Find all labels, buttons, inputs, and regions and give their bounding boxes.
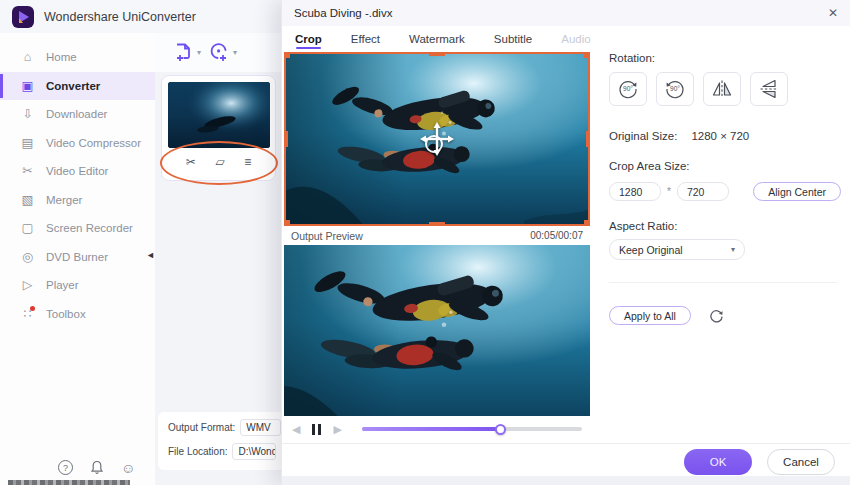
output-settings-bar: Output Format: WMV File Location: D:\Won… [158, 412, 281, 470]
output-preview-label: Output Preview [291, 230, 363, 242]
svg-text:90°: 90° [670, 85, 680, 92]
clipped-screen-artifact [8, 480, 130, 485]
recorder-icon: ▢ [20, 222, 35, 235]
sidebar-item-video-compressor[interactable]: ▤ Video Compressor [0, 129, 155, 158]
cancel-button[interactable]: Cancel [767, 449, 835, 475]
crop-height-input[interactable] [677, 182, 729, 201]
playback-controls: ◀ ▶ [284, 416, 590, 442]
sidebar-item-home[interactable]: ⌂ Home [0, 43, 155, 72]
tab-crop[interactable]: Crop [294, 29, 323, 49]
sidebar-item-merger[interactable]: ▧ Merger [0, 186, 155, 215]
original-size-value: 1280 × 720 [691, 130, 749, 142]
video-frame [284, 245, 590, 416]
sidebar: ⌂ Home ▣ Converter ⇩ Downloader ▤ Video … [0, 33, 155, 485]
flip-vertical-button[interactable] [750, 72, 788, 106]
media-list-item[interactable]: ✂ ▱ ≡ [161, 75, 276, 181]
sidebar-item-dvd-burner[interactable]: ◎ DVD Burner [0, 243, 155, 272]
seek-slider-fill [362, 427, 501, 431]
dialog-title: Scuba Diving -.divx [294, 7, 392, 19]
previous-frame-icon[interactable]: ◀ [292, 424, 300, 435]
notifications-bell-icon[interactable] [90, 460, 104, 475]
seek-slider[interactable] [362, 427, 582, 431]
add-files-button[interactable]: ▾ [173, 42, 201, 63]
crop-area-size-label: Crop Area Size: [609, 160, 841, 172]
crop-width-input[interactable] [609, 182, 661, 201]
crop-handle-top-right[interactable] [584, 52, 590, 58]
crop-handle-right-middle[interactable] [586, 131, 590, 147]
dialog-tabs: Crop Effect Watermark Subtitle Audio [294, 26, 592, 52]
compressor-icon: ▤ [20, 137, 35, 150]
move-cursor-icon[interactable] [418, 120, 456, 158]
app-title: Wondershare UniConverter [44, 10, 196, 24]
crop-handle-top-middle[interactable] [429, 52, 445, 56]
timecode: 00:05/00:07 [530, 230, 583, 241]
chevron-down-icon: ▾ [731, 245, 735, 254]
aspect-ratio-select[interactable]: Keep Original ▾ [609, 239, 745, 260]
trim-scissors-icon[interactable]: ✂ [186, 154, 196, 171]
sidebar-item-converter[interactable]: ▣ Converter [0, 72, 155, 101]
dialog-title-bar: Scuba Diving -.divx ✕ [282, 0, 850, 26]
crop-handle-top-left[interactable] [284, 52, 290, 58]
tab-subtitle[interactable]: Subtitle [493, 29, 533, 49]
edit-dialog: Scuba Diving -.divx ✕ Crop Effect Waterm… [281, 0, 850, 485]
app-logo-icon [12, 6, 34, 28]
rotation-label: Rotation: [609, 52, 841, 64]
flip-horizontal-button[interactable] [703, 72, 741, 106]
rotate-clockwise-button[interactable]: 90° [609, 72, 647, 106]
align-center-button[interactable]: Align Center [753, 182, 841, 201]
crop-handle-left-middle[interactable] [284, 131, 288, 147]
sidebar-item-video-editor[interactable]: ✂ Video Editor [0, 157, 155, 186]
sidebar-collapse-arrow[interactable]: ◄ [146, 250, 155, 260]
reset-icon[interactable] [709, 308, 724, 323]
converter-toolbar: ▾ ▾ [155, 33, 281, 72]
output-preview-video[interactable] [284, 245, 590, 416]
chevron-down-icon[interactable]: ▾ [197, 48, 201, 57]
crop-preview[interactable] [284, 52, 590, 226]
title-bar: Wondershare UniConverter [0, 0, 281, 33]
next-frame-icon[interactable]: ▶ [333, 424, 341, 435]
svg-text:90°: 90° [623, 85, 633, 92]
file-location-field[interactable]: D:\Wonders [232, 443, 276, 460]
ok-button[interactable]: OK [684, 449, 752, 475]
footer-divider [282, 443, 850, 444]
output-format-select[interactable]: WMV [240, 419, 281, 436]
crop-tool-icon[interactable]: ▱ [215, 154, 224, 171]
converter-icon: ▣ [20, 80, 35, 93]
video-thumbnail[interactable] [168, 82, 270, 148]
effect-tool-icon[interactable]: ≡ [244, 154, 251, 171]
add-dvd-button[interactable]: ▾ [209, 42, 237, 63]
home-icon: ⌂ [20, 51, 35, 64]
help-icon[interactable]: ? [58, 460, 73, 475]
feedback-smiley-icon[interactable]: ☺ [121, 461, 135, 475]
chevron-down-icon[interactable]: ▾ [233, 48, 237, 57]
dialog-bottom-strip [282, 476, 850, 485]
close-icon[interactable]: ✕ [828, 7, 838, 19]
dimension-separator: * [667, 186, 671, 197]
seek-slider-knob[interactable] [495, 424, 506, 435]
aspect-ratio-label: Aspect Ratio: [609, 220, 841, 232]
pause-icon[interactable] [312, 424, 321, 435]
player-icon: ▷ [20, 279, 35, 292]
crop-settings-panel: Rotation: 90° 90° [609, 52, 841, 325]
sidebar-item-player[interactable]: ▷ Player [0, 271, 155, 300]
dvd-icon: ◎ [20, 251, 35, 264]
sidebar-item-toolbox[interactable]: ∷ Toolbox [0, 300, 155, 329]
sidebar-item-downloader[interactable]: ⇩ Downloader [0, 100, 155, 129]
merger-icon: ▧ [20, 194, 35, 207]
apply-to-all-button[interactable]: Apply to All [609, 306, 691, 325]
app-window: Wondershare UniConverter ⌂ Home ▣ Conver… [0, 0, 850, 485]
rotate-counterclockwise-button[interactable]: 90° [656, 72, 694, 106]
editor-icon: ✂ [20, 165, 35, 178]
tab-watermark[interactable]: Watermark [408, 29, 466, 49]
notification-dot [30, 306, 35, 311]
original-size-label: Original Size: [609, 130, 677, 142]
tab-audio: Audio [560, 29, 591, 49]
converter-panel: ▾ ▾ [155, 33, 281, 485]
downloader-icon: ⇩ [20, 108, 35, 121]
tab-effect[interactable]: Effect [350, 29, 381, 49]
sidebar-item-screen-recorder[interactable]: ▢ Screen Recorder [0, 214, 155, 243]
preview-info-row: Output Preview 00:05/00:07 [284, 226, 590, 245]
panel-divider [609, 282, 837, 283]
